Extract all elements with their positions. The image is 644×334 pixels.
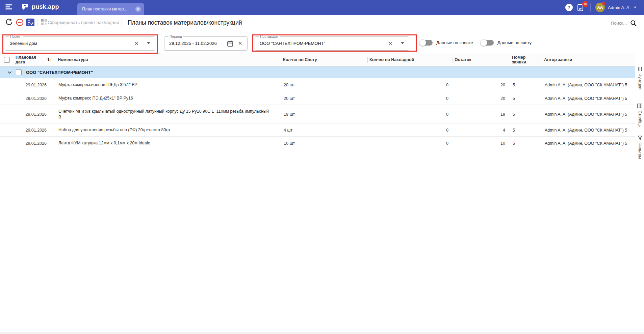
cell-qty-invoice: 20 шт (281, 82, 367, 88)
supplier-group-row[interactable]: ООО "САНТЕХПРОМ-РЕМОНТ" (0, 66, 635, 78)
cell-request-number: 5 (510, 127, 542, 134)
avatar-status-dot (602, 2, 605, 5)
supplier-filter-label: Поставщик (259, 34, 280, 38)
toggle-account-label: Данные по счету (497, 40, 532, 45)
bottom-scrollbar-strip[interactable] (0, 332, 644, 334)
notifications-button[interactable]: 16 (577, 3, 586, 11)
cell-qty-invoice: 4 шт (281, 127, 367, 134)
page-title: Планы поставок материалов/конструкций (128, 19, 242, 26)
cell-nomenclature: Счётчик г/в и х/в крыльчатый одноструйны… (56, 108, 281, 121)
search-label: Поиск... (611, 21, 627, 26)
search-icon (630, 20, 637, 26)
create-waybill-button[interactable]: Сформировать проект накладной (48, 20, 119, 25)
col-header-qty-invoice[interactable]: Кол-во по Счету (281, 53, 367, 66)
cell-nomenclature: Лента ФУМ катушка 12мм х 0,1мм х 20м Ide… (56, 139, 281, 147)
cell-date: 29.01.2026 (14, 82, 56, 88)
filter-funnel-icon (638, 136, 642, 140)
table-header-row: Плановая дата 1↑ Номенклатура Кол-во по … (0, 53, 635, 66)
col-header-remainder[interactable]: Остаток (453, 53, 510, 66)
toggle-request-switch[interactable] (420, 40, 433, 46)
cell-qty-waybill: 0 (367, 95, 453, 102)
topbar-separator (590, 3, 591, 11)
supplier-dropdown-icon[interactable] (401, 42, 404, 44)
supply-table: Плановая дата 1↑ Номенклатура Кол-во по … (0, 53, 635, 150)
col-header-planned-date[interactable]: Плановая дата 1↑ (14, 53, 56, 66)
col-header-request-number[interactable]: Номер заявки (510, 53, 542, 66)
block-button[interactable] (16, 19, 24, 27)
user-name: Admin A. A. (608, 5, 630, 10)
user-menu[interactable]: AA Admin A. A. ▼ (595, 3, 637, 12)
col-header-request-author[interactable]: Автор заявки (542, 53, 635, 66)
chevron-down-icon: ▼ (634, 6, 637, 9)
side-filters-button[interactable]: Фильтры (635, 136, 644, 159)
cell-qty-invoice: 10 шт (281, 140, 367, 147)
period-filter-value: 29.12.2025 - 11.02.2026 (169, 41, 217, 46)
period-filter[interactable]: Период 29.12.2025 - 11.02.2026 ✕ (164, 36, 248, 51)
cell-author: Admin A. A. (Админ, ООО "СК АМАНАТ") 5 (542, 111, 635, 118)
checklist-button[interactable] (26, 19, 34, 27)
table-row[interactable]: 29.01.2026 Муфта компресс ПЭ Дн25х1" ВР … (0, 92, 635, 105)
side-functions-button[interactable]: Функции (635, 66, 644, 89)
brand[interactable]: pusk.app (21, 3, 59, 11)
side-functions-label: Функции (638, 74, 642, 89)
calendar-icon[interactable] (227, 40, 233, 48)
project-dropdown-icon[interactable] (147, 42, 150, 44)
project-filter[interactable]: Проект Зеленый дом ✕ (5, 36, 155, 51)
functions-icon (638, 66, 642, 71)
columns-icon (637, 104, 642, 108)
toolbar-separator (37, 19, 37, 26)
side-panel: Функции Столбцы Фильтры (635, 53, 644, 332)
side-columns-label: Столбцы (638, 111, 642, 128)
period-clear-icon[interactable]: ✕ (237, 40, 243, 47)
refresh-button[interactable] (5, 19, 14, 27)
cell-date: 29.01.2026 (14, 127, 56, 134)
toggle-request-data[interactable]: Данные по заявке (420, 40, 473, 46)
toggle-account-data[interactable]: Данные по счету (481, 40, 532, 46)
menu-icon[interactable] (5, 4, 12, 10)
cell-nomenclature: Муфта компрессионная ПЭ Дн 32х1" ВР (56, 81, 281, 89)
topbar: pusk.app План поставки матер... ✕ ? 16 A… (0, 0, 644, 15)
filter-bar: Проект Зеленый дом ✕ Период 29.12.2025 -… (0, 30, 644, 53)
period-filter-label: Период (168, 34, 183, 38)
cell-remainder: 10 (453, 140, 510, 147)
col-header-qty-waybill[interactable]: Кол-во по Накладной (367, 53, 453, 66)
sort-indicator: 1↑ (47, 57, 54, 62)
col-header-nomenclature[interactable]: Номенклатура (56, 53, 281, 66)
pusk-logo-icon (21, 3, 29, 11)
cell-qty-waybill: 0 (367, 140, 453, 147)
table-row[interactable]: 29.01.2026 Счётчик г/в и х/в крыльчатый … (0, 105, 635, 124)
tab-close-icon[interactable]: ✕ (135, 6, 141, 12)
select-all-checkbox[interactable] (4, 57, 10, 63)
cell-qty-waybill: 0 (367, 82, 453, 88)
project-clear-icon[interactable]: ✕ (133, 40, 139, 47)
table-row[interactable]: 29.01.2026 Муфта компрессионная ПЭ Дн 32… (0, 78, 635, 92)
group-label: ООО "САНТЕХПРОМ-РЕМОНТ" (26, 70, 93, 75)
table-row[interactable]: 29.01.2026 Набор для уплотнения резьбы л… (0, 124, 635, 137)
cell-qty-invoice: 20 шт (281, 95, 367, 102)
cell-request-number: 5 (510, 95, 542, 102)
supplier-clear-icon[interactable]: ✕ (387, 40, 393, 47)
search-button[interactable]: Поиск... (611, 20, 637, 26)
tab-label: План поставки матер... (82, 7, 133, 11)
table-row[interactable]: 29.01.2026 Лента ФУМ катушка 12мм х 0,1м… (0, 137, 635, 150)
help-icon[interactable]: ? (565, 4, 573, 11)
cell-qty-waybill: 0 (367, 127, 453, 134)
project-filter-label: Проект (9, 34, 23, 38)
chevron-down-icon[interactable] (7, 71, 12, 74)
cell-date: 29.01.2026 (14, 95, 56, 102)
cell-author: Admin A. A. (Админ, ООО "СК АМАНАТ") 5 (542, 81, 635, 89)
group-checkbox[interactable] (16, 69, 22, 75)
supplier-filter[interactable]: Поставщик ООО "САНТЕХПРОМ-РЕМОНТ" ✕ (255, 36, 409, 51)
cell-author: Admin A. A. (Админ, ООО "СК АМАНАТ") 5 (542, 95, 635, 102)
cell-request-number: 5 (510, 140, 542, 147)
cell-qty-waybill: 0 (367, 111, 453, 118)
toolbar: Сформировать проект накладной Планы пост… (0, 15, 644, 30)
tab-supply-plan[interactable]: План поставки матер... ✕ (77, 3, 144, 15)
side-columns-button[interactable]: Столбцы (635, 104, 644, 128)
cell-remainder: 20 (453, 82, 510, 88)
toggle-account-switch[interactable] (481, 40, 494, 46)
app-window: pusk.app План поставки матер... ✕ ? 16 A… (0, 0, 644, 334)
cell-request-number: 5 (510, 111, 542, 118)
cell-remainder: 4 (453, 127, 510, 134)
notification-badge: 16 (582, 1, 588, 7)
